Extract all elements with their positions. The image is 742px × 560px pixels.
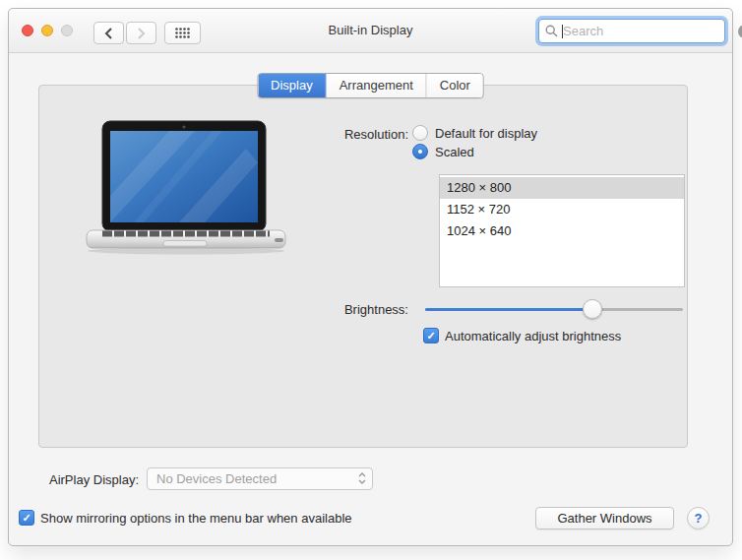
forward-button[interactable] bbox=[126, 22, 156, 44]
chevron-right-icon bbox=[137, 28, 146, 39]
grid-icon bbox=[175, 28, 190, 38]
tab-bar: Display Arrangement Color bbox=[257, 73, 484, 98]
chevron-left-icon bbox=[104, 28, 113, 39]
text-caret bbox=[562, 25, 563, 38]
tab-display[interactable]: Display bbox=[258, 74, 327, 97]
search-clear-button[interactable]: ✕ bbox=[738, 25, 742, 38]
system-preferences-window: Built-in Display ✕ Display Arrangement C… bbox=[8, 8, 733, 546]
gather-windows-button[interactable]: Gather Windows bbox=[535, 507, 674, 529]
brightness-fill bbox=[425, 308, 592, 311]
airplay-popup-disabled: No Devices Detected bbox=[147, 467, 373, 490]
tab-content-panel: Resolution: Default for display Scaled 1… bbox=[38, 85, 688, 448]
resolution-option-scaled[interactable]: Scaled bbox=[412, 144, 474, 159]
brightness-label: Brightness: bbox=[266, 302, 408, 317]
resolution-option-default[interactable]: Default for display bbox=[412, 125, 537, 141]
check-icon: ✓ bbox=[426, 330, 435, 342]
auto-brightness-label: Automatically adjust brightness bbox=[445, 329, 621, 343]
auto-brightness-row[interactable]: ✓ Automatically adjust brightness bbox=[423, 328, 621, 343]
radio-icon-scaled[interactable] bbox=[412, 144, 428, 159]
close-button[interactable] bbox=[22, 25, 33, 36]
tab-color[interactable]: Color bbox=[427, 74, 483, 97]
macbook-illustration bbox=[85, 119, 291, 257]
show-all-button[interactable] bbox=[164, 22, 201, 44]
radio-icon-default[interactable] bbox=[412, 125, 428, 141]
tab-arrangement[interactable]: Arrangement bbox=[327, 74, 427, 97]
resolution-label: Resolution: bbox=[266, 127, 408, 142]
resolution-list-item[interactable]: 1152 × 720 bbox=[440, 199, 684, 220]
help-button[interactable]: ? bbox=[687, 507, 710, 529]
title-bar: Built-in Display ✕ bbox=[9, 9, 732, 53]
auto-brightness-checkbox[interactable]: ✓ bbox=[423, 328, 439, 343]
resolution-list-item[interactable]: 1280 × 800 bbox=[440, 177, 684, 199]
radio-scaled-label: Scaled bbox=[435, 145, 474, 159]
search-field[interactable]: ✕ bbox=[538, 19, 725, 43]
radio-default-label: Default for display bbox=[435, 126, 537, 141]
mirroring-option-row[interactable]: ✓ Show mirroring options in the menu bar… bbox=[19, 510, 352, 526]
back-button[interactable] bbox=[93, 22, 124, 44]
zoom-button-disabled bbox=[61, 25, 73, 36]
mirroring-checkbox[interactable]: ✓ bbox=[19, 510, 34, 526]
check-icon: ✓ bbox=[22, 512, 31, 525]
resolution-list-item[interactable]: 1024 × 640 bbox=[440, 220, 684, 242]
search-input[interactable] bbox=[561, 24, 738, 38]
brightness-thumb[interactable] bbox=[583, 299, 602, 319]
mirroring-label: Show mirroring options in the menu bar w… bbox=[40, 511, 352, 526]
search-icon bbox=[545, 25, 558, 37]
brightness-slider[interactable] bbox=[425, 299, 683, 319]
popup-stepper-icon bbox=[358, 472, 366, 484]
resolution-listbox[interactable]: 1280 × 800 1152 × 720 1024 × 640 bbox=[439, 174, 685, 287]
minimize-button[interactable] bbox=[41, 25, 53, 36]
airplay-popup-value: No Devices Detected bbox=[156, 471, 277, 486]
airplay-display-label: AirPlay Display: bbox=[9, 472, 139, 487]
